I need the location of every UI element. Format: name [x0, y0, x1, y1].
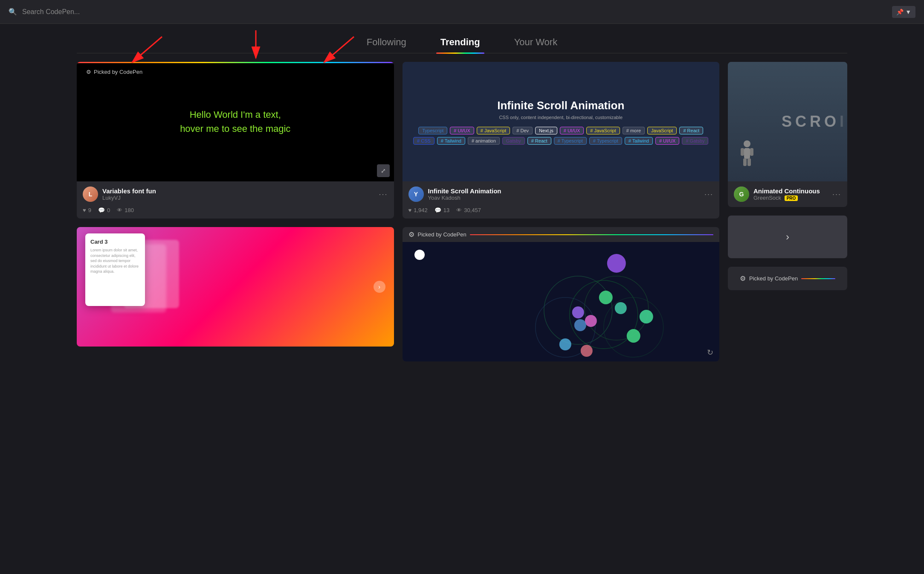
- svg-point-15: [559, 338, 571, 350]
- svg-rect-20: [744, 148, 750, 159]
- card-author[interactable]: LukyVJ: [102, 195, 374, 201]
- views-stat: 👁 180: [117, 207, 134, 213]
- svg-point-14: [614, 302, 626, 314]
- author-avatar-scroll: Y: [408, 186, 424, 202]
- picked-bar-circles: [470, 234, 713, 235]
- tag-uiux-2: # UI/UX: [560, 127, 584, 134]
- svg-rect-21: [741, 148, 744, 156]
- more-options-button[interactable]: ···: [379, 190, 388, 199]
- picked-section-right: ⚙ Picked by CodePen: [734, 271, 841, 286]
- picked-color-bar: [77, 62, 394, 63]
- tag-react-1: # React: [679, 127, 703, 134]
- card-front: Card 3 Lorem ipsum dolor sit amet, conse…: [85, 233, 145, 306]
- pen-card-animated-continuous: SCROI G Animated Continuous GreenSock PR…: [728, 62, 847, 207]
- more-options-animated[interactable]: ···: [832, 190, 841, 199]
- picked-section-partial: ⚙ Picked by CodePen: [728, 267, 847, 290]
- view-icon-scroll: 👁: [456, 207, 462, 213]
- scroll-anim-bg: Infinite Scroll Animation CSS only, cont…: [403, 62, 720, 181]
- preview-animated-continuous: SCROI: [728, 62, 847, 181]
- card-stats: ♥ 9 💬 0 👁 180: [77, 207, 394, 219]
- tag-typescript-3: # Typescript: [589, 137, 622, 145]
- pen-card-pink: Card 3 Lorem ipsum dolor sit amet, conse…: [77, 227, 394, 347]
- svg-rect-24: [747, 158, 751, 166]
- header: 🔍 📌 ▼: [0, 0, 924, 24]
- magic-text: Hello World I'm a text, hover me to see …: [180, 108, 290, 136]
- svg-point-17: [626, 329, 640, 343]
- author-avatar-animated: G: [734, 186, 749, 202]
- view-icon: 👁: [117, 207, 122, 213]
- tag-typescript-2: # Typescript: [554, 137, 587, 145]
- tag-uiux-1: # UI/UX: [450, 127, 474, 134]
- pin-icon: 📌: [896, 9, 904, 15]
- author-avatar: L: [83, 186, 98, 202]
- card-info: Variables font fun LukyVJ: [102, 187, 374, 201]
- pen-card-infinite-scroll: Infinite Scroll Animation CSS only, cont…: [403, 62, 720, 219]
- scroll-anim-sub: CSS only, content independent, bi-direct…: [499, 115, 623, 120]
- pro-badge: PRO: [785, 195, 798, 201]
- card-stats-scroll: ♥ 1,942 💬 13 👁 30,457: [403, 207, 720, 219]
- svg-point-19: [744, 140, 750, 147]
- gear-icon-circles: ⚙: [408, 230, 414, 239]
- picked-bar-right: [801, 278, 835, 279]
- tag-gatsby-1: Gatsby: [502, 137, 525, 145]
- svg-rect-23: [743, 158, 747, 166]
- tag-uiux-3: # UI/UX: [655, 137, 680, 145]
- search-icon: 🔍: [9, 8, 17, 16]
- card-title-animated[interactable]: Animated Continuous: [753, 187, 828, 195]
- pen-card-circles: ⚙ Picked by CodePen: [403, 227, 720, 361]
- scroll-text: SCROI: [782, 113, 847, 131]
- picked-badge: ⚙ Picked by CodePen: [82, 67, 147, 77]
- next-card-button[interactable]: ›: [374, 281, 385, 293]
- more-options-scroll[interactable]: ···: [704, 190, 713, 199]
- search-input[interactable]: [22, 8, 887, 16]
- svg-point-4: [607, 254, 626, 273]
- preview-circles: ↻: [403, 242, 720, 361]
- card-author-scroll[interactable]: Yoav Kadosh: [428, 195, 700, 201]
- tag-nextjs: Next.js: [535, 127, 557, 134]
- gear-icon-right: ⚙: [740, 274, 746, 283]
- card-title-scroll[interactable]: Infinite Scroll Animation: [428, 187, 700, 195]
- tab-following[interactable]: Following: [367, 37, 406, 53]
- svg-point-11: [572, 306, 584, 318]
- card-meta-scroll: Y Infinite Scroll Animation Yoav Kadosh …: [403, 181, 720, 207]
- tag-javascript-3: JavaScript: [647, 127, 677, 134]
- card-meta-row: L Variables font fun LukyVJ ···: [77, 181, 394, 207]
- pin-button[interactable]: 📌 ▼: [892, 6, 915, 18]
- tab-your-work[interactable]: Your Work: [514, 37, 558, 53]
- picked-section-circles: ⚙ Picked by CodePen: [403, 227, 720, 242]
- comment-icon: 💬: [98, 207, 105, 213]
- tab-trending[interactable]: Trending: [440, 37, 480, 53]
- tag-more: # more: [623, 127, 645, 134]
- main-content: Hello World I'm a text, hover me to see …: [0, 53, 924, 370]
- card-info-scroll: Infinite Scroll Animation Yoav Kadosh: [428, 187, 700, 201]
- tag-javascript-2: # JavaScript: [586, 127, 620, 134]
- tabs-nav: Following Trending Your Work: [0, 24, 924, 53]
- comment-icon-scroll: 💬: [434, 207, 441, 213]
- card-title[interactable]: Variables font fun: [102, 187, 374, 195]
- tag-gatsby-2: # Gatsby: [682, 137, 708, 145]
- card-author-animated: GreenSock PRO: [753, 195, 828, 201]
- hearts-stat-scroll: ♥ 1,942: [408, 207, 428, 213]
- refresh-button[interactable]: ↻: [707, 348, 713, 357]
- card-front-title: Card 3: [90, 239, 140, 245]
- person-figure: [736, 139, 758, 169]
- scroll-anim-title: Infinite Scroll Animation: [497, 99, 624, 112]
- svg-point-9: [603, 297, 663, 357]
- card-info-animated: Animated Continuous GreenSock PRO: [753, 187, 828, 201]
- prev-card-button[interactable]: ‹: [85, 281, 97, 293]
- tag-javascript-1: # JavaScript: [477, 127, 510, 134]
- comments-stat-scroll: 💬 13: [434, 207, 449, 213]
- tag-react-2: # React: [527, 137, 551, 145]
- heart-icon-scroll: ♥: [408, 207, 412, 213]
- next-page-button[interactable]: ›: [728, 216, 847, 258]
- tag-grid: Typescript # UI/UX # JavaScript # Dev Ne…: [411, 127, 711, 145]
- tag-css: # CSS: [413, 137, 434, 145]
- next-arrow-icon: ›: [786, 231, 789, 243]
- pen-card-variables-font: Hello World I'm a text, hover me to see …: [77, 62, 394, 219]
- tag-tailwind-2: # Tailwind: [625, 137, 653, 145]
- pin-dropdown-arrow: ▼: [905, 9, 911, 15]
- preview-dark-bg: Hello World I'm a text, hover me to see …: [77, 62, 394, 181]
- fullscreen-button[interactable]: ⤢: [377, 164, 390, 177]
- tag-tailwind-1: # Tailwind: [437, 137, 465, 145]
- svg-point-16: [580, 345, 592, 357]
